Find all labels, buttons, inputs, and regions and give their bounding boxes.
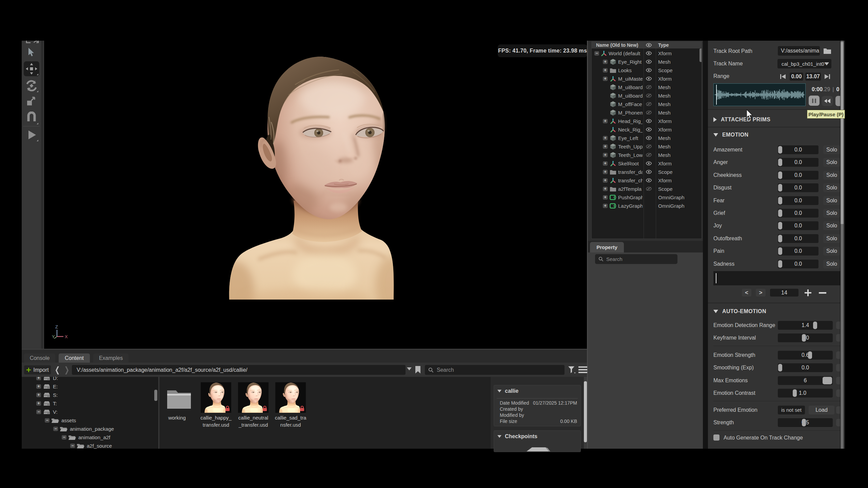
visibility-header-icon[interactable] [646, 43, 652, 47]
stage-row[interactable]: +Eye_RightMesh [592, 58, 702, 66]
tab-console[interactable]: Console [24, 353, 55, 363]
keyframe-remove-icon[interactable] [819, 291, 826, 294]
slider-handle[interactable] [823, 377, 832, 384]
eye-hidden-icon[interactable] [646, 187, 652, 191]
eye-hidden-icon[interactable] [646, 110, 652, 115]
move-tool[interactable] [24, 61, 39, 76]
content-search-input[interactable]: Search [425, 365, 565, 375]
import-button[interactable]: Import [24, 365, 51, 374]
keyframe-add-icon[interactable] [804, 289, 812, 297]
stage-row[interactable]: +Teeth_LowMesh [592, 151, 702, 159]
checkpoints-header[interactable]: Checkpoints [497, 433, 580, 440]
emotion-slider[interactable]: 0.0 [778, 221, 818, 230]
track-name-dropdown[interactable]: cal_bp3_ch01_int0 [777, 59, 831, 68]
expand-toggle[interactable]: + [603, 161, 608, 166]
stage-row[interactable]: +transfer_daScope [592, 168, 702, 176]
folder-browse-icon[interactable] [823, 47, 831, 54]
expand-toggle[interactable]: + [603, 153, 608, 157]
stage-row[interactable]: +LooksScope [592, 66, 702, 75]
collapse-toggle[interactable]: − [36, 410, 41, 414]
eye-visible-icon[interactable] [646, 127, 652, 131]
eye-visible-icon[interactable] [646, 51, 652, 55]
eye-visible-icon[interactable] [646, 68, 652, 72]
eye-hidden-icon[interactable] [646, 153, 652, 157]
emotion-slider[interactable]: 0.0 [778, 196, 818, 205]
expand-toggle[interactable]: + [603, 195, 608, 200]
expand-toggle[interactable]: + [36, 384, 41, 389]
solo-button[interactable]: Solo [823, 234, 840, 243]
eye-visible-icon[interactable] [646, 178, 652, 182]
usd-thumbnail[interactable] [201, 382, 231, 413]
section-auto-emotion[interactable]: AUTO-EMOTION [713, 308, 766, 315]
play-tool[interactable] [24, 127, 39, 142]
auto-slider[interactable]: 0.6 [778, 351, 833, 360]
tree-item-animation_a2f[interactable]: −animation_a2f [22, 433, 158, 442]
stage-row[interactable]: +Head_Rig_Xform [592, 117, 702, 125]
solo-button[interactable]: Solo [823, 171, 840, 180]
auto-slider[interactable]: 1.0 [778, 389, 833, 398]
collapse-toggle[interactable]: − [62, 435, 66, 440]
expand-toggle[interactable]: + [603, 136, 608, 140]
callie-head-model[interactable] [217, 51, 414, 322]
emotion-slider[interactable]: 0.0 [778, 158, 818, 167]
tree-item-D[interactable]: +D: [22, 377, 158, 382]
keyframe-prev-button[interactable]: < [742, 289, 751, 297]
expand-toggle[interactable]: + [603, 187, 608, 191]
property-search-input[interactable]: Search [595, 254, 677, 264]
rotate-tool[interactable] [24, 78, 39, 93]
tree-item-animation_package[interactable]: −animation_package [22, 425, 158, 433]
expand-toggle[interactable]: + [603, 119, 608, 123]
stage-col-name[interactable]: Name (Old to New) [596, 42, 638, 48]
slider-handle[interactable] [778, 364, 782, 371]
rewind-button[interactable] [822, 96, 833, 106]
expand-toggle[interactable]: + [603, 178, 608, 183]
nav-back-button[interactable]: ❮ [55, 365, 60, 374]
slider-handle[interactable] [778, 159, 782, 166]
tree-item-E[interactable]: +E: [22, 382, 158, 391]
eye-visible-icon[interactable] [646, 119, 652, 123]
expand-toggle[interactable]: + [603, 204, 608, 208]
keyframe-next-button[interactable]: > [756, 289, 766, 297]
slider-handle[interactable] [778, 209, 782, 217]
emotion-slider[interactable]: 0.0 [778, 171, 818, 180]
emotion-slider[interactable]: 0.0 [778, 145, 818, 154]
emotion-slider[interactable]: 0.0 [778, 247, 818, 256]
snap-tool[interactable] [24, 110, 39, 125]
expand-toggle[interactable]: + [36, 377, 41, 380]
slider-handle[interactable] [778, 235, 782, 242]
a2f-scrollbar-thumb[interactable] [841, 42, 844, 224]
range-end-field[interactable]: 13.07 [805, 73, 821, 81]
strength-slider[interactable]: 0.5 [778, 418, 833, 427]
solo-button[interactable]: Solo [823, 247, 840, 256]
stage-row[interactable]: M_uiBoardMesh [592, 83, 702, 92]
expand-toggle[interactable]: + [603, 144, 608, 149]
auto-slider[interactable]: 1.0 [778, 333, 833, 342]
stage-col-type[interactable]: Type [658, 42, 669, 48]
stage-row[interactable]: +transfer_chXform [592, 176, 702, 185]
section-attached-prims[interactable]: ATTACHED PRIMS [713, 116, 770, 123]
slider-handle[interactable] [802, 419, 806, 426]
collapse-toggle[interactable]: − [70, 444, 75, 448]
keyframe-value-field[interactable]: 14 [770, 289, 798, 297]
stage-scrollbar-thumb[interactable] [699, 48, 702, 62]
tree-item-a2f_source[interactable]: −a2f_source [22, 442, 158, 449]
record-button-clipped[interactable] [835, 96, 840, 106]
eye-hidden-icon[interactable] [646, 85, 652, 89]
nav-forward-button[interactable]: ❯ [64, 365, 70, 374]
keyframe-strip[interactable] [713, 271, 840, 285]
stage-row[interactable]: +Teeth_UppMesh [592, 142, 702, 151]
solo-button[interactable]: Solo [823, 183, 840, 192]
preferred-emotion-field[interactable]: is not set [778, 406, 805, 414]
expand-toggle[interactable]: + [603, 68, 608, 73]
stage-row[interactable]: +M_uiMasterXform [592, 75, 702, 83]
load-button[interactable]: Load [809, 406, 834, 414]
path-dropdown-arrow[interactable] [407, 367, 412, 370]
eye-visible-icon[interactable] [646, 60, 652, 64]
stage-row[interactable]: +LazyGraphOmniGraph [592, 202, 702, 210]
details-card-header[interactable]: callie [497, 388, 580, 394]
emotion-slider[interactable]: 0.0 [778, 183, 818, 192]
stage-row[interactable]: M_PhonemeMesh [592, 108, 702, 117]
collapse-toggle[interactable]: − [53, 427, 58, 431]
details-scrollbar-thumb[interactable] [584, 381, 587, 442]
scale-tool[interactable] [24, 94, 39, 108]
